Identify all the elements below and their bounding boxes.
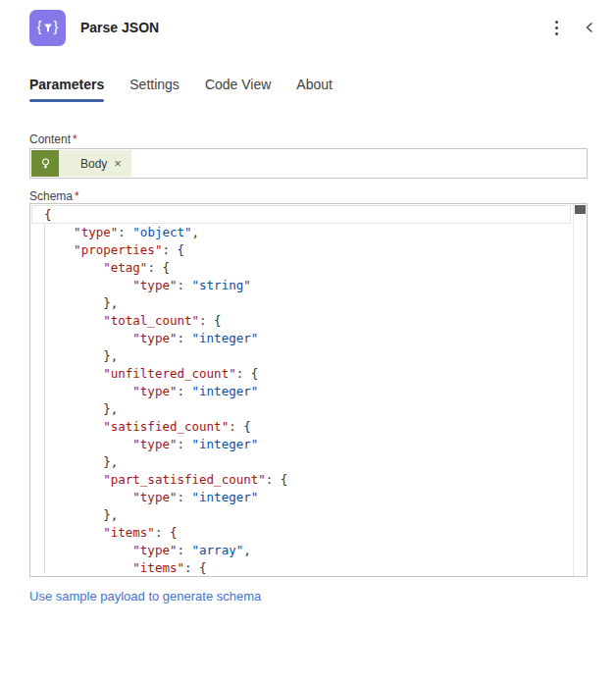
code-line: },	[30, 294, 572, 312]
schema-code: { "type": "object", "properties": { "eta…	[30, 206, 572, 576]
dynamic-content-connector-icon	[31, 150, 59, 177]
code-line: },	[30, 506, 572, 524]
schema-editor[interactable]: { "type": "object", "properties": { "eta…	[29, 203, 588, 577]
action-title: Parse JSON	[80, 20, 543, 35]
required-asterisk: *	[75, 189, 79, 203]
code-line: "properties": {	[30, 241, 572, 259]
tab-code-view[interactable]: Code View	[205, 77, 271, 102]
content-field-label: Content*	[29, 132, 77, 146]
action-header: { } Parse JSON	[0, 0, 616, 55]
content-input[interactable]: Body ×	[29, 148, 588, 179]
token-label: Body	[80, 157, 107, 171]
code-line: },	[30, 347, 572, 365]
tab-bar: Parameters Settings Code View About	[29, 77, 333, 102]
schema-field-label: Schema*	[29, 189, 79, 203]
code-line: "etag": {	[30, 259, 572, 277]
code-line: "items": {	[30, 559, 572, 577]
tab-settings[interactable]: Settings	[129, 77, 180, 102]
code-line: "type": "integer"	[30, 383, 572, 400]
parse-json-icon: { }	[29, 10, 66, 46]
code-line: "type": "integer"	[30, 489, 572, 506]
code-line: "type": "integer"	[30, 436, 572, 453]
code-line: },	[30, 453, 572, 471]
use-sample-payload-link[interactable]: Use sample payload to generate schema	[29, 589, 261, 604]
code-line: "type": "array",	[30, 542, 572, 559]
token-remove-icon[interactable]: ×	[114, 157, 122, 170]
parse-json-action-panel: { } Parse JSON Parameters Settings Code …	[0, 0, 616, 683]
code-line: "type": "integer"	[30, 330, 572, 347]
vertical-scrollbar[interactable]	[573, 204, 587, 576]
code-line: },	[30, 400, 572, 418]
required-asterisk: *	[73, 132, 77, 146]
funnel-glyph	[43, 23, 53, 33]
token-pill: Body ×	[59, 150, 131, 177]
code-line: "type": "string"	[30, 277, 572, 294]
tab-about[interactable]: About	[296, 77, 333, 102]
code-line: "total_count": {	[30, 312, 572, 330]
code-line: {	[30, 206, 572, 224]
vertical-scrollbar-thumb[interactable]	[575, 205, 586, 214]
code-line: "satisfied_count": {	[30, 418, 572, 436]
code-line: "items": {	[30, 524, 572, 542]
code-line: "part_satisfied_count": {	[30, 471, 572, 489]
tab-parameters[interactable]: Parameters	[29, 77, 104, 102]
more-options-icon[interactable]	[543, 15, 569, 40]
code-line: "type": "object",	[30, 224, 572, 241]
dynamic-content-token[interactable]: Body ×	[31, 150, 131, 177]
code-line: "unfiltered_count": {	[30, 365, 572, 383]
collapse-panel-icon[interactable]	[577, 15, 602, 40]
